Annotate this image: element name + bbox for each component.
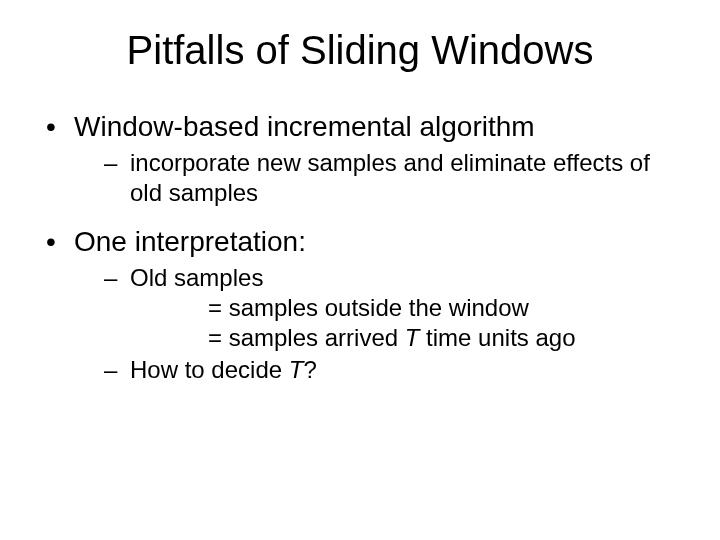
bullet-item: Window-based incremental algorithm incor… [40, 109, 680, 208]
cont-ital: T [405, 324, 420, 351]
bullet-list: Window-based incremental algorithm incor… [40, 109, 680, 385]
bullet-text: Window-based incremental algorithm [74, 111, 535, 142]
slide-title: Pitfalls of Sliding Windows [40, 28, 680, 73]
sub-ital: T [289, 356, 304, 383]
sub-pre: How to decide [130, 356, 289, 383]
sub-list: incorporate new samples and eliminate ef… [74, 148, 680, 208]
cont-pre: = samples arrived [208, 324, 405, 351]
sub-item: incorporate new samples and eliminate ef… [74, 148, 680, 208]
bullet-text: One interpretation: [74, 226, 306, 257]
sub-cont: = samples outside the window [130, 293, 680, 323]
sub-item: How to decide T? [74, 355, 680, 385]
sub-item: Old samples = samples outside the window… [74, 263, 680, 353]
sub-post: ? [303, 356, 316, 383]
sub-cont: = samples arrived T time units ago [130, 323, 680, 353]
sub-list: Old samples = samples outside the window… [74, 263, 680, 385]
cont-post: time units ago [419, 324, 575, 351]
bullet-item: One interpretation: Old samples = sample… [40, 224, 680, 385]
slide: Pitfalls of Sliding Windows Window-based… [0, 0, 720, 540]
sub-text: incorporate new samples and eliminate ef… [130, 149, 650, 206]
sub-text: Old samples [130, 264, 263, 291]
